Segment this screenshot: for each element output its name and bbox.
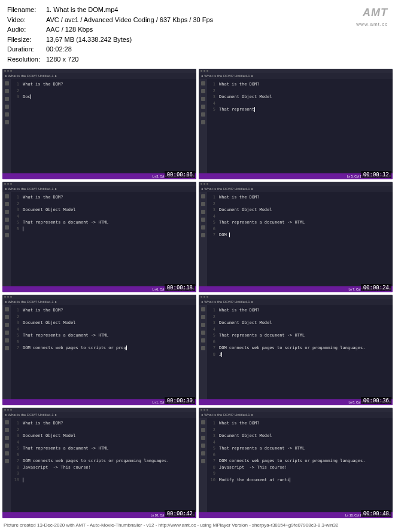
activity-icon bbox=[5, 315, 9, 319]
text-cursor bbox=[229, 233, 230, 237]
code-line: 3Document Object Model bbox=[208, 94, 391, 100]
editor-tab: ● What is the DOM? Untitled-1 ● bbox=[2, 412, 196, 418]
line-number: 2 bbox=[208, 427, 215, 433]
code-line: 5That represents a document -> HTML bbox=[208, 219, 391, 226]
thumbnail-3: ● What is the DOM? Untitled-1 ●1What is … bbox=[2, 182, 196, 292]
line-text: What is the DOM? bbox=[23, 420, 63, 427]
code-line: 6 bbox=[12, 339, 195, 346]
timestamp-overlay: 00:00:48 bbox=[361, 510, 391, 517]
timestamp-overlay: 00:00:18 bbox=[165, 284, 195, 291]
editor-body: 1What is the DOM?23Document Object Model… bbox=[2, 192, 196, 286]
window-titlebar bbox=[199, 69, 393, 73]
code-line: 8Javascript -> This course! bbox=[208, 464, 391, 471]
thumbnail-1: ● What is the DOM? Untitled-1 ●1What is … bbox=[2, 69, 196, 179]
activity-icon bbox=[201, 420, 205, 424]
activity-icon bbox=[201, 331, 205, 335]
activity-icon bbox=[5, 120, 9, 124]
line-number: 4 bbox=[208, 439, 215, 446]
audio-value: AAC / 128 Kbps bbox=[46, 25, 93, 35]
code-line: 10Modify the document at runti bbox=[208, 477, 391, 484]
filename-value: 1. What is the DOM.mp4 bbox=[46, 5, 118, 15]
code-line: 5That represents a document -> HTML bbox=[12, 219, 195, 226]
line-number: 2 bbox=[208, 88, 215, 94]
logo-text: AMT bbox=[356, 5, 388, 21]
line-number: 3 bbox=[208, 433, 215, 439]
window-control-dot bbox=[10, 409, 12, 411]
activity-icon bbox=[201, 210, 205, 214]
code-line: 5That represent bbox=[208, 106, 391, 113]
activity-icon bbox=[201, 120, 205, 124]
line-number: 2 bbox=[12, 427, 19, 433]
activity-icon bbox=[201, 202, 205, 206]
duration-label: Duration: bbox=[7, 44, 46, 54]
code-line: 3Doc bbox=[12, 94, 195, 100]
code-line: 7DOM connects web pages to scripts or pr… bbox=[208, 458, 391, 464]
code-line: 2 bbox=[12, 201, 195, 207]
code-line: 1What is the DOM? bbox=[12, 307, 195, 314]
code-line: 1What is the DOM? bbox=[12, 194, 195, 201]
editor-tab: ● What is the DOM? Untitled-1 ● bbox=[199, 412, 393, 418]
timestamp-overlay: 00:00:06 bbox=[165, 171, 195, 178]
line-number: 9 bbox=[12, 470, 19, 477]
window-control-dot bbox=[206, 70, 208, 72]
code-line: 6 bbox=[208, 226, 391, 233]
logo-url: www.amt.cc bbox=[356, 21, 388, 28]
activity-icon bbox=[5, 428, 9, 432]
activity-icon bbox=[5, 459, 9, 463]
activity-icon bbox=[5, 218, 9, 222]
line-number: 5 bbox=[208, 219, 215, 226]
window-titlebar bbox=[2, 408, 196, 412]
code-line: 4 bbox=[12, 213, 195, 220]
editor-body: 1What is the DOM?23Document Object Model… bbox=[199, 418, 393, 512]
filename-label: Filename: bbox=[7, 5, 46, 15]
code-line: 7DOM connects web pages to scripts or pr… bbox=[12, 345, 195, 351]
line-number: 4 bbox=[12, 326, 19, 333]
code-editor: 1What is the DOM?23Document Object Model… bbox=[207, 79, 393, 173]
line-text: Document Object Model bbox=[23, 207, 76, 213]
line-number: 6 bbox=[12, 452, 19, 458]
code-line: 3Document Object Model bbox=[208, 433, 391, 439]
code-line: 3Document Object Model bbox=[208, 320, 391, 326]
thumbnail-8: ● What is the DOM? Untitled-1 ●1What is … bbox=[199, 408, 393, 518]
line-number: 1 bbox=[12, 307, 19, 314]
activity-icon bbox=[201, 459, 205, 463]
code-line: 6 bbox=[208, 339, 391, 346]
code-line: 4 bbox=[12, 326, 195, 333]
timestamp-overlay: 00:00:36 bbox=[361, 397, 391, 404]
line-number: 4 bbox=[12, 213, 19, 220]
thumbnail-7: ● What is the DOM? Untitled-1 ●1What is … bbox=[2, 408, 196, 518]
line-number: 7 bbox=[208, 232, 215, 239]
line-number: 7 bbox=[12, 345, 19, 351]
line-number: 4 bbox=[208, 100, 215, 107]
text-cursor bbox=[23, 478, 23, 482]
text-cursor bbox=[290, 478, 290, 482]
window-control-dot bbox=[10, 296, 12, 298]
line-number: 4 bbox=[12, 439, 19, 446]
editor-tab: ● What is the DOM? Untitled-1 ● bbox=[199, 299, 393, 305]
video-label: Video: bbox=[7, 15, 46, 25]
filesize-value: 13,67 MB (14.338.242 Bytes) bbox=[46, 35, 132, 45]
code-line: 4 bbox=[208, 326, 391, 333]
line-number: 7 bbox=[208, 458, 215, 464]
window-control-dot bbox=[200, 70, 202, 72]
activity-icon bbox=[5, 331, 9, 335]
window-control-dot bbox=[7, 183, 9, 185]
line-number: 1 bbox=[208, 81, 215, 88]
editor-body: 1What is the DOM?23Document Object Model… bbox=[199, 79, 393, 173]
line-number: 1 bbox=[12, 420, 19, 427]
timestamp-overlay: 00:00:42 bbox=[165, 510, 195, 517]
code-line: 5That represents a document -> HTML bbox=[12, 445, 195, 452]
activity-icon bbox=[201, 346, 205, 350]
code-line: 2 bbox=[12, 314, 195, 320]
code-line: 1What is the DOM? bbox=[208, 81, 391, 88]
code-line: 3Document Object Model bbox=[12, 433, 195, 439]
code-line: 3Document Object Model bbox=[12, 320, 195, 326]
line-text: What is the DOM? bbox=[219, 81, 259, 88]
window-control-dot bbox=[203, 409, 205, 411]
activity-icon bbox=[5, 105, 9, 109]
line-number: 7 bbox=[12, 458, 19, 464]
code-line: 2 bbox=[208, 314, 391, 320]
line-text: That represents a document -> HTML bbox=[219, 445, 305, 452]
activity-icon bbox=[201, 315, 205, 319]
thumbnail-2: ● What is the DOM? Untitled-1 ●1What is … bbox=[199, 69, 393, 179]
